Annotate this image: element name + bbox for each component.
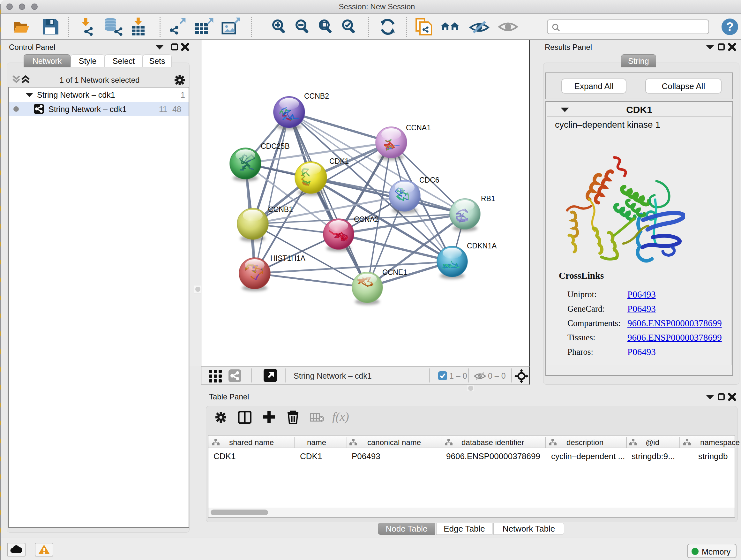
svg-text:RB1: RB1 [481, 194, 495, 203]
svg-text:CDKN1A: CDKN1A [467, 242, 497, 250]
svg-text:CDC6: CDC6 [419, 176, 440, 184]
svg-text:CDK1: CDK1 [329, 157, 349, 165]
svg-text:CCNE1: CCNE1 [382, 268, 407, 276]
svg-text:CCNB1: CCNB1 [268, 205, 293, 213]
svg-text:CDC25B: CDC25B [261, 142, 290, 150]
svg-text:HIST1H1A: HIST1H1A [270, 254, 306, 262]
svg-text:CCNA1: CCNA1 [406, 124, 431, 132]
svg-text:CCNA2: CCNA2 [354, 215, 379, 224]
svg-text:CCNB2: CCNB2 [304, 92, 329, 100]
